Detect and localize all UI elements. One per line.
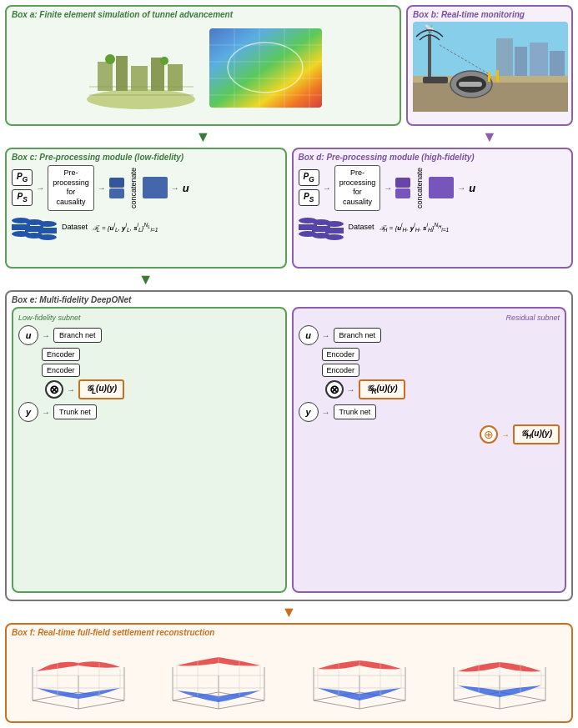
svg-rect-2 (116, 56, 128, 91)
lf-u-input: u (18, 325, 38, 345)
svg-rect-3 (131, 66, 148, 91)
svg-point-8 (105, 54, 115, 64)
box-d: Box d: Pre-processing module (high-fidel… (292, 148, 574, 269)
residual-subnet: Residual subnet u → Branch net Encoder E… (292, 307, 567, 593)
svg-rect-22 (515, 47, 527, 80)
box-c-arrow2: → (98, 183, 106, 193)
svg-rect-24 (550, 51, 565, 80)
box-d-dataset-eq: 𝒯H = {uiH, yiH, siH}NHi=1 (379, 222, 450, 233)
chart1-svg (24, 642, 133, 713)
box-c-pg: PG (12, 169, 33, 186)
box-c-dataset-eq: 𝒯L = {uiL, yiL, siL}NLi=1 (93, 222, 158, 233)
residual-title: Residual subnet (299, 314, 560, 322)
box-a-label: Box a (12, 10, 34, 19)
box-d-pg: PG (299, 169, 319, 186)
lf-encoder1: Encoder (42, 348, 80, 361)
box-c-ps: PS (12, 189, 33, 206)
box-e-label: Box e (12, 295, 34, 304)
svg-rect-10 (209, 28, 322, 108)
chart1 (24, 642, 133, 713)
gh-row: ⊕ → 𝒢H(u)(y) (299, 424, 560, 444)
row1: Box a: Finite element simulation of tunn… (5, 5, 573, 126)
gh-output: 𝒢H(u)(y) (513, 424, 560, 444)
low-fidelity-title: Low-fidelity subnet (18, 314, 280, 322)
box-d-concat-label: concatenate (415, 168, 424, 208)
res-encoder1: Encoder (322, 348, 360, 361)
row2: Box c: Pre-processing module (low-fideli… (5, 148, 573, 269)
lf-encoder2-row: Encoder (42, 364, 280, 377)
arrows-row2: ▼ (5, 274, 573, 285)
row3: Box e: Multi-fidelity DeepONet Low-fidel… (5, 290, 573, 601)
box-d-concat-visual (395, 178, 410, 198)
res-branch-row: u → Branch net (299, 325, 560, 345)
box-d-arrow3: → (457, 183, 465, 193)
gh-arrow: → (501, 430, 510, 439)
box-c-output: u (183, 182, 189, 194)
city-model-svg (81, 24, 202, 112)
box-c-concat-bar (143, 177, 168, 198)
box-e-title: Box e: Multi-fidelity DeepONet (12, 295, 566, 304)
box-f-label: Box f (12, 628, 33, 637)
plus-circle: ⊕ (480, 425, 498, 444)
lf-arrow-trunk: → (42, 408, 50, 417)
box-f-subtitle: Real-time full-field settlement reconstr… (38, 628, 214, 637)
arrow-e-down: ▼ (282, 605, 297, 620)
box-e-inner: Low-fidelity subnet u → Branch net Encod… (12, 307, 566, 593)
svg-rect-27 (428, 34, 431, 78)
box-d-dataset: Dataset 𝒯H = {uiH, yiH, siH}NHi=1 (299, 214, 567, 240)
chart4 (445, 642, 554, 713)
lf-trunk-row: y → Trunk net (18, 402, 280, 422)
box-d-label: Box d (299, 153, 322, 162)
res-multiply: ⊗ (325, 380, 344, 399)
svg-rect-33 (488, 72, 490, 82)
box-c-concat-label: concatenate (129, 168, 138, 208)
tunnel-model-svg (205, 24, 326, 112)
box-c-dataset-label: Dataset (62, 223, 88, 231)
chart3-svg (305, 642, 414, 713)
box-c-title: Box c: Pre-processing module (low-fideli… (12, 153, 280, 162)
box-d-title: Box d: Pre-processing module (high-fidel… (299, 153, 567, 162)
row4: Box f: Real-time full-field settlement r… (5, 623, 573, 723)
box-c-subtitle: Pre-processing module (low-fidelity) (39, 153, 183, 162)
box-a-subtitle: Finite element simulation of tunnel adva… (39, 10, 233, 19)
box-c-arrow3: → (171, 183, 179, 193)
res-arrow-trunk: → (322, 408, 330, 417)
box-c-db-icon3 (38, 221, 57, 240)
chart4-svg (445, 642, 554, 713)
res-trunk-row: y → Trunk net (299, 402, 560, 422)
box-b: Box b: Real-time monitoring 📡 (406, 5, 573, 126)
svg-point-0 (87, 89, 195, 109)
res-encoder2-row: Encoder (322, 364, 560, 377)
box-f-title: Box f: Real-time full-field settlement r… (12, 628, 566, 637)
box-d-ps: PS (299, 189, 319, 206)
lf-arrow-branch: → (42, 331, 50, 340)
box-c-inputs: PG PS (12, 169, 33, 206)
box-c-label: Box c (12, 153, 34, 162)
lf-multiply: ⊗ (45, 380, 63, 399)
lf-y-input: y (18, 402, 38, 422)
monitoring-svg: 📡 (413, 22, 568, 112)
low-fidelity-subnet: Low-fidelity subnet u → Branch net Encod… (12, 307, 287, 593)
box-a-visual (12, 22, 395, 113)
svg-rect-32 (459, 82, 482, 87)
res-encoder1-row: Encoder (322, 348, 560, 361)
box-c-preprocess: Pre-processingforcausality (48, 165, 94, 211)
res-branch-net: Branch net (334, 328, 382, 343)
chart2-svg (164, 642, 273, 713)
box-c-processing: PG PS → Pre-processingforcausality → con… (12, 165, 280, 211)
box-d-preprocess: Pre-processingforcausality (334, 165, 381, 211)
svg-rect-34 (496, 70, 499, 82)
res-output: 𝒢R(u)(y) (359, 379, 405, 399)
box-d-db-icon3 (325, 221, 344, 240)
arrows-row3: ▼ (5, 606, 573, 618)
arrows-row1: ▼ ▼ (5, 131, 573, 143)
box-e-subtitle: Multi-fidelity DeepONet (39, 295, 131, 304)
box-b-subtitle: Real-time monitoring (441, 10, 525, 19)
res-trunk-net: Trunk net (334, 404, 377, 419)
arrow-a-down: ▼ (5, 131, 401, 143)
box-d-output: u (469, 182, 475, 194)
lf-encoder1-row: Encoder (42, 348, 280, 361)
chart2 (164, 642, 273, 713)
box-b-label: Box b (413, 10, 436, 19)
chart3 (305, 642, 414, 713)
